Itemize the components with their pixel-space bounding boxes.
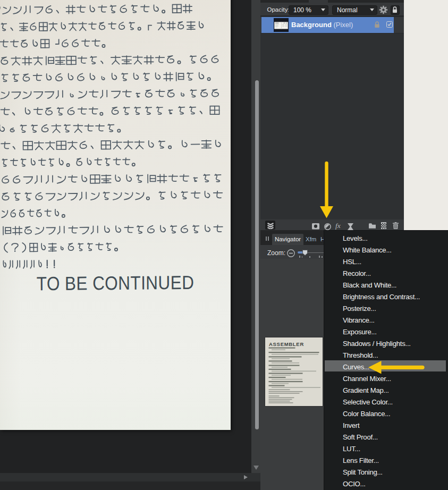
svg-text:ASSEMBLER: ASSEMBLER (269, 341, 304, 347)
